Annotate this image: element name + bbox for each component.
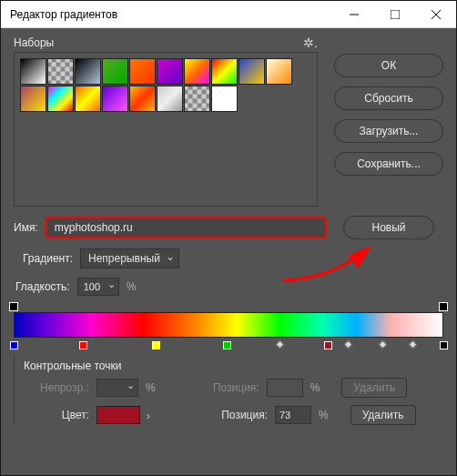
preset-swatch[interactable] (20, 86, 46, 112)
opacity-unit: % (146, 381, 156, 394)
opacity-delete-button: Удалить (341, 378, 407, 398)
name-label: Имя: (14, 221, 38, 234)
close-button[interactable] (415, 1, 456, 28)
opacity-value (96, 379, 138, 397)
preset-swatch[interactable] (129, 58, 156, 85)
midpoint-marker[interactable] (409, 340, 418, 349)
color-stop[interactable] (440, 341, 448, 349)
color-position-label: Позиция: (206, 409, 268, 421)
titlebar: Редактор градиентов (1, 1, 456, 28)
color-position-unit: % (319, 409, 329, 421)
name-input[interactable] (46, 217, 327, 238)
opacity-position-label: Позиция: (198, 381, 259, 394)
color-stop[interactable] (223, 341, 231, 349)
preset-swatch[interactable] (211, 58, 238, 85)
color-stop[interactable] (152, 341, 160, 349)
preset-swatch[interactable] (157, 58, 183, 85)
preset-swatch[interactable] (266, 58, 292, 85)
preset-swatch[interactable] (102, 86, 128, 112)
maximize-button[interactable] (374, 1, 415, 28)
gradient-bar[interactable] (14, 312, 443, 338)
midpoint-marker[interactable] (275, 340, 284, 349)
opacity-position-unit: % (310, 381, 320, 394)
preset-swatch[interactable] (47, 86, 74, 112)
save-button[interactable]: Сохранить... (334, 152, 443, 176)
new-button[interactable]: Новый (343, 216, 434, 239)
color-position-input[interactable] (275, 406, 311, 424)
color-delete-button[interactable]: Удалить (350, 405, 416, 425)
svg-rect-1 (391, 10, 400, 19)
opacity-position-input (267, 379, 303, 397)
gradient-type-select[interactable]: Непрерывный (80, 248, 179, 268)
midpoint-marker[interactable] (378, 340, 387, 349)
presets-label: Наборы (14, 36, 54, 49)
color-stop[interactable] (79, 341, 87, 349)
color-label: Цвет: (24, 409, 89, 421)
ok-button[interactable]: ОК (334, 54, 443, 77)
opacity-stop-right[interactable] (439, 302, 448, 311)
preset-swatch[interactable] (20, 58, 46, 85)
midpoint-marker[interactable] (344, 340, 353, 349)
reset-button[interactable]: Сбросить (334, 86, 443, 110)
color-stop[interactable] (10, 341, 18, 349)
preset-swatch[interactable] (75, 58, 101, 85)
smoothness-unit: % (127, 280, 137, 293)
smoothness-select[interactable]: 100 (77, 278, 119, 296)
color-swatch[interactable] (96, 406, 140, 424)
presets-box (14, 52, 318, 207)
preset-swatch[interactable] (47, 58, 74, 85)
preset-swatch[interactable] (211, 86, 238, 112)
opacity-stop-left[interactable] (9, 302, 18, 311)
preset-swatch[interactable] (157, 86, 183, 112)
preset-swatch[interactable] (184, 86, 210, 112)
smoothness-label: Гладкость: (15, 280, 70, 293)
preset-swatch[interactable] (102, 58, 128, 85)
opacity-label: Непрозр.: (24, 381, 89, 394)
minimize-button[interactable] (333, 1, 374, 28)
preset-swatch[interactable] (239, 58, 265, 85)
gradient-editor-window: Редактор градиентов Наборы ✲. ОК Сбросит… (0, 0, 457, 476)
preset-swatch[interactable] (129, 86, 156, 112)
preset-swatch[interactable] (184, 58, 210, 85)
gradient-type-label: Градиент: (23, 252, 73, 265)
gear-icon[interactable]: ✲. (303, 35, 318, 50)
color-stop[interactable] (324, 341, 332, 349)
load-button[interactable]: Загрузить... (334, 119, 443, 143)
window-title: Редактор градиентов (1, 8, 333, 21)
preset-swatch[interactable] (75, 86, 101, 112)
stops-header: Контрольные точки (24, 360, 443, 372)
